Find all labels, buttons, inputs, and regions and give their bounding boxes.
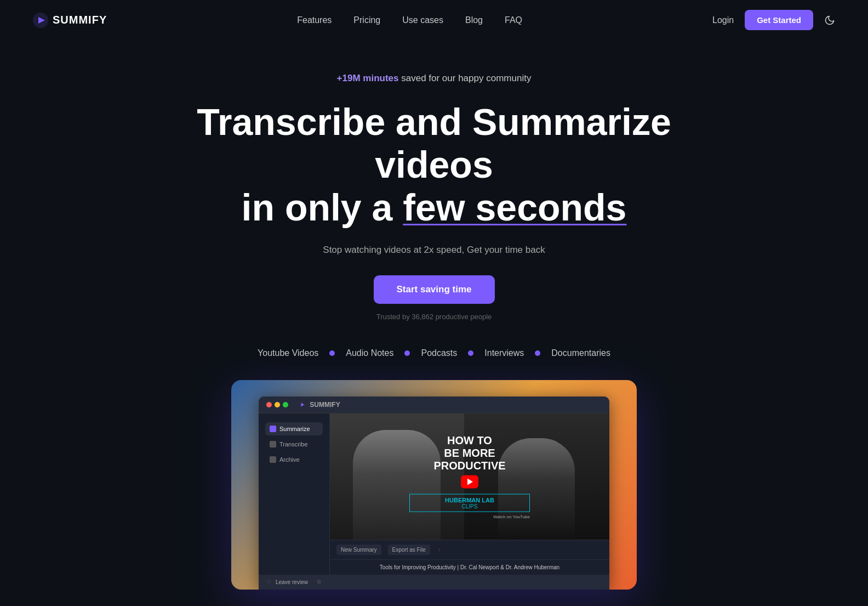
nav-item-features[interactable]: Features — [297, 15, 332, 25]
huberman-channel: HUBERMAN LAB — [415, 496, 524, 503]
hero-title-underline: few seconds — [403, 186, 626, 228]
nav-item-blog[interactable]: Blog — [465, 15, 483, 25]
youtube-videos-label: Youtube Videos — [258, 348, 318, 358]
audio-notes-label: Audio Notes — [346, 348, 393, 358]
nav-item-use-cases[interactable]: Use cases — [402, 15, 443, 25]
video-title-line3: PRODUCTIVE — [409, 459, 530, 472]
dot-separator-3 — [468, 350, 473, 356]
nav-right: Login Get Started — [712, 10, 835, 30]
cta-button[interactable]: Start saving time — [374, 275, 495, 304]
video-center-overlay: HOW TO BE MORE PRODUCTIVE — [409, 434, 530, 519]
interviews-label: Interviews — [484, 348, 524, 358]
nav-links: Features Pricing Use cases Blog FAQ — [297, 15, 522, 25]
svg-marker-2 — [301, 403, 304, 407]
app-main-content: HOW TO BE MORE PRODUCTIVE — [330, 414, 609, 575]
trusted-text: Trusted by 36,862 productive people — [376, 313, 492, 321]
app-title-small: SUMMIFY — [310, 401, 340, 409]
video-full-title: Tools for Improving Productivity | Dr. C… — [380, 564, 559, 570]
archive-icon — [270, 456, 276, 463]
sidebar-item-transcribe[interactable]: Transcribe — [265, 438, 323, 451]
app-logo-small: SUMMIFY — [299, 401, 340, 409]
podcasts-label: Podcasts — [421, 348, 457, 358]
community-badge: +19M minutes saved for our happy communi… — [337, 73, 532, 84]
app-bottom-bar: New Summary Export as File ↑ — [330, 540, 609, 559]
feature-tag-audio: Audio Notes — [346, 348, 393, 358]
feature-tag-documentaries: Documentaries — [551, 348, 610, 358]
sidebar-item-summarize[interactable]: Summarize — [265, 422, 323, 435]
video-title-bar: Tools for Improving Productivity | Dr. C… — [330, 559, 609, 575]
footer-dot — [317, 580, 321, 584]
leave-review-label[interactable]: Leave review — [276, 579, 308, 585]
feature-tag-podcasts: Podcasts — [421, 348, 457, 358]
sidebar-archive-label: Archive — [279, 456, 300, 463]
new-summary-button[interactable]: New Summary — [336, 545, 381, 555]
watch-on-youtube: Watch on YouTube — [409, 514, 530, 519]
feature-tag-interviews: Interviews — [484, 348, 524, 358]
video-thumbnail: HOW TO BE MORE PRODUCTIVE — [330, 414, 609, 540]
video-title-line2: BE MORE — [409, 446, 530, 459]
app-window-body: Summarize Transcribe Archive — [259, 414, 609, 575]
moon-icon — [824, 15, 835, 26]
transcribe-icon — [270, 441, 276, 448]
window-dot-red — [266, 402, 272, 407]
community-badge-rest: saved for our happy community — [399, 73, 532, 83]
window-dots — [266, 402, 288, 407]
preview-background: SUMMIFY Summarize — [231, 380, 637, 590]
login-button[interactable]: Login — [712, 15, 734, 25]
dark-mode-toggle[interactable] — [824, 15, 835, 26]
window-dot-yellow — [275, 402, 280, 407]
logo-text: SUMMIFY — [53, 14, 107, 26]
preview-wrapper: SUMMIFY Summarize — [231, 380, 637, 590]
window-dot-green — [283, 402, 288, 407]
dot-separator-2 — [404, 350, 410, 356]
hero-subtitle: Stop watching videos at 2x speed, Get yo… — [323, 245, 545, 256]
video-title-line1: HOW TO — [409, 434, 530, 446]
yt-play-button[interactable] — [461, 475, 478, 488]
app-window-titlebar: SUMMIFY — [259, 397, 609, 414]
hero-title-line1: Transcribe and Summarize videos — [197, 101, 671, 185]
heart-icon: ♡ — [266, 579, 271, 585]
huberman-box: HUBERMAN LAB CLIPS — [409, 494, 530, 512]
nav-item-pricing[interactable]: Pricing — [353, 15, 380, 25]
summarize-icon — [270, 426, 276, 432]
nav-item-faq[interactable]: FAQ — [505, 15, 522, 25]
get-started-button[interactable]: Get Started — [745, 10, 813, 30]
sidebar-transcribe-label: Transcribe — [279, 441, 308, 448]
app-window: SUMMIFY Summarize — [259, 397, 609, 590]
dot-separator-4 — [535, 350, 540, 356]
dot-separator-1 — [329, 350, 335, 356]
export-file-button[interactable]: Export as File — [388, 545, 430, 555]
hero-title-line2-plain: in only a — [242, 186, 403, 228]
navigation: SUMMIFY Features Pricing Use cases Blog … — [0, 0, 868, 40]
huberman-sub: CLIPS — [415, 503, 524, 509]
sidebar-item-archive[interactable]: Archive — [265, 453, 323, 466]
hero-section: +19M minutes saved for our happy communi… — [0, 40, 868, 590]
documentaries-label: Documentaries — [551, 348, 610, 358]
export-icon: ↑ — [438, 547, 441, 553]
sidebar-summarize-label: Summarize — [279, 426, 310, 432]
app-sidebar: Summarize Transcribe Archive — [259, 414, 330, 575]
feature-tag-youtube: Youtube Videos — [258, 348, 318, 358]
hero-title: Transcribe and Summarize videos in only … — [187, 100, 681, 229]
summify-logo-icon — [33, 13, 48, 28]
app-footer-bar: ♡ Leave review — [259, 575, 609, 590]
logo[interactable]: SUMMIFY — [33, 13, 107, 28]
community-badge-highlight: +19M minutes — [337, 73, 399, 83]
feature-tags: Youtube Videos Audio Notes Podcasts Inte… — [258, 348, 610, 358]
